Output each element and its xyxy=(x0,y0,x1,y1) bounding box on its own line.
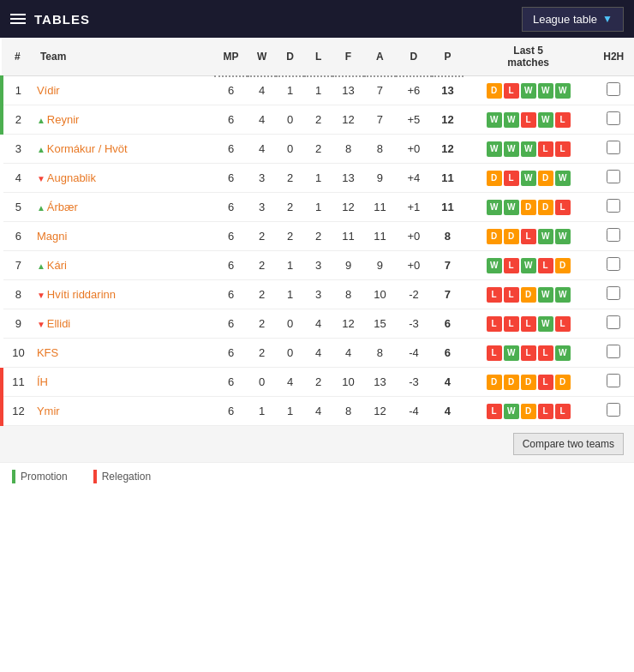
h2h-checkbox[interactable] xyxy=(607,315,620,329)
cell-w: 1 xyxy=(248,397,276,426)
cell-a: 7 xyxy=(364,105,396,135)
cell-d: 0 xyxy=(276,339,304,368)
cell-team: ÍH xyxy=(33,368,214,397)
cell-h2h[interactable] xyxy=(593,309,634,339)
cell-h2h[interactable] xyxy=(593,339,634,368)
team-name-text: Vídir xyxy=(37,84,60,97)
cell-a: 13 xyxy=(364,368,396,397)
table-row: 11ÍH60421013-34DDDLD xyxy=(2,368,634,397)
cell-h2h[interactable] xyxy=(593,164,634,193)
league-select[interactable]: League table ▼ xyxy=(522,7,624,32)
cell-team: KFS xyxy=(33,339,214,368)
cell-h2h[interactable] xyxy=(593,251,634,280)
cell-points: 7 xyxy=(432,251,464,280)
col-points: P xyxy=(432,38,464,76)
cell-h2h[interactable] xyxy=(593,397,634,426)
cell-f: 13 xyxy=(332,164,364,193)
match-badge: W xyxy=(504,141,519,157)
cell-last5: LLDWW xyxy=(464,280,594,309)
cell-a: 8 xyxy=(364,135,396,164)
promotion-label: Promotion xyxy=(21,471,68,483)
h2h-checkbox[interactable] xyxy=(607,82,620,96)
cell-h2h[interactable] xyxy=(593,135,634,164)
match-badge: D xyxy=(504,229,519,244)
cell-h2h[interactable] xyxy=(593,222,634,251)
cell-points: 8 xyxy=(432,222,464,251)
match-badge: D xyxy=(487,229,502,244)
cell-rank: 8 xyxy=(2,280,33,309)
cell-f: 9 xyxy=(332,251,364,280)
match-badge: L xyxy=(538,345,553,361)
cell-points: 4 xyxy=(432,368,464,397)
cell-h2h[interactable] xyxy=(593,368,634,397)
cell-team: ▲ Reynir xyxy=(33,105,214,135)
h2h-checkbox[interactable] xyxy=(607,199,620,213)
col-l: L xyxy=(304,38,332,76)
cell-rank: 10 xyxy=(2,339,33,368)
h2h-checkbox[interactable] xyxy=(607,111,620,125)
table-row: 8▼ Hvíti riddarinn6213810-27LLDWW xyxy=(2,280,634,309)
trend-icon: ▼ xyxy=(37,320,45,329)
h2h-checkbox[interactable] xyxy=(607,286,620,300)
cell-l: 2 xyxy=(304,368,332,397)
cell-last5: DDDLD xyxy=(464,368,594,397)
col-rank: # xyxy=(2,38,33,76)
cell-d: 4 xyxy=(276,368,304,397)
cell-f: 12 xyxy=(332,309,364,339)
cell-h2h[interactable] xyxy=(593,193,634,222)
cell-a: 9 xyxy=(364,251,396,280)
match-badge: D xyxy=(521,287,536,303)
h2h-checkbox[interactable] xyxy=(607,257,620,271)
match-badge: D xyxy=(521,375,536,390)
trend-icon: ▲ xyxy=(37,145,45,154)
cell-a: 10 xyxy=(364,280,396,309)
cell-rank: 11 xyxy=(2,368,33,397)
cell-f: 12 xyxy=(332,105,364,135)
cell-w: 4 xyxy=(248,135,276,164)
cell-l: 4 xyxy=(304,309,332,339)
cell-points: 6 xyxy=(432,309,464,339)
cell-a: 11 xyxy=(364,193,396,222)
cell-l: 2 xyxy=(304,222,332,251)
match-badge: L xyxy=(504,258,519,273)
match-badge: D xyxy=(538,200,553,215)
col-f: F xyxy=(332,38,364,76)
cell-a: 12 xyxy=(364,397,396,426)
cell-mp: 6 xyxy=(214,309,248,339)
h2h-checkbox[interactable] xyxy=(607,403,620,417)
match-badge: W xyxy=(487,141,502,157)
h2h-checkbox[interactable] xyxy=(607,141,620,154)
cell-rank: 6 xyxy=(2,222,33,251)
table-row: 6Magni62221111+08DDLWW xyxy=(2,222,634,251)
cell-f: 10 xyxy=(332,368,364,397)
cell-l: 3 xyxy=(304,251,332,280)
cell-w: 2 xyxy=(248,339,276,368)
match-badge: D xyxy=(521,200,536,215)
h2h-checkbox[interactable] xyxy=(607,170,620,183)
cell-l: 2 xyxy=(304,105,332,135)
cell-last5: DDLWW xyxy=(464,222,594,251)
hamburger-icon[interactable] xyxy=(10,14,26,24)
cell-mp: 6 xyxy=(214,251,248,280)
cell-team: ▲ Kormákur / Hvöt xyxy=(33,135,214,164)
cell-d: 1 xyxy=(276,251,304,280)
cell-diff: -4 xyxy=(396,397,432,426)
col-w: W xyxy=(248,38,276,76)
cell-points: 11 xyxy=(432,193,464,222)
match-badge: L xyxy=(504,83,519,99)
cell-diff: +4 xyxy=(396,164,432,193)
match-badge: D xyxy=(521,404,536,419)
match-badge: W xyxy=(555,83,571,99)
cell-h2h[interactable] xyxy=(593,76,634,105)
match-badge: W xyxy=(538,229,553,244)
table-row: 7▲ Kári621399+07WLWLD xyxy=(2,251,634,280)
h2h-checkbox[interactable] xyxy=(607,228,620,242)
cell-mp: 6 xyxy=(214,76,248,105)
cell-rank: 7 xyxy=(2,251,33,280)
h2h-checkbox[interactable] xyxy=(607,345,620,358)
h2h-checkbox[interactable] xyxy=(607,374,620,387)
compare-teams-button[interactable]: Compare two teams xyxy=(513,433,624,455)
cell-h2h[interactable] xyxy=(593,280,634,309)
cell-h2h[interactable] xyxy=(593,105,634,135)
cell-diff: +0 xyxy=(396,135,432,164)
